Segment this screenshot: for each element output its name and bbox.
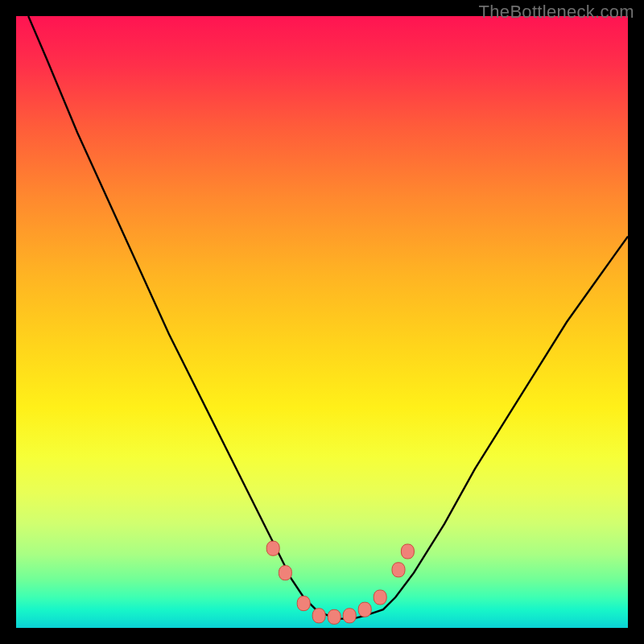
- plot-background: [16, 16, 628, 628]
- watermark-text: TheBottleneck.com: [479, 2, 634, 23]
- chart-frame: TheBottleneck.com: [0, 0, 644, 644]
